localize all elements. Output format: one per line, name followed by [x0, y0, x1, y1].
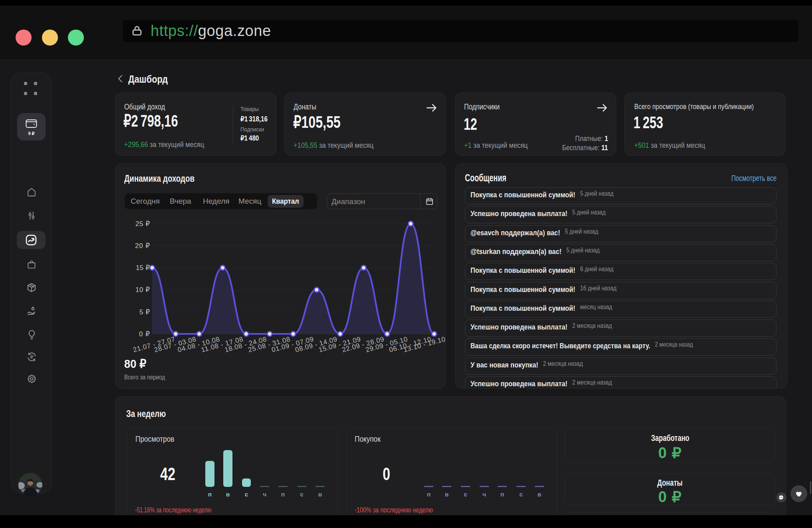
svg-text:10 ₽: 10 ₽	[135, 286, 150, 294]
svg-text:с: с	[519, 491, 523, 498]
svg-text:в: в	[538, 491, 542, 498]
svg-text:ч: ч	[263, 491, 266, 498]
svg-text:в: в	[226, 491, 230, 498]
svg-text:п: п	[281, 491, 285, 498]
svg-text:с: с	[245, 491, 248, 498]
svg-text:₽: ₽	[30, 354, 33, 360]
svg-text:п: п	[208, 491, 212, 498]
svg-text:20 ₽: 20 ₽	[135, 242, 150, 250]
svg-text:в: в	[445, 491, 449, 498]
svg-text:ч: ч	[482, 491, 486, 498]
svg-text:0 ₽: 0 ₽	[139, 330, 150, 338]
svg-text:в: в	[318, 491, 322, 498]
svg-text:5 ₽: 5 ₽	[139, 308, 150, 316]
svg-text:п: п	[500, 491, 504, 498]
svg-text:п: п	[427, 491, 431, 498]
svg-text:с: с	[300, 491, 304, 498]
svg-text:с: с	[464, 491, 467, 498]
svg-text:25 ₽: 25 ₽	[135, 220, 150, 228]
svg-text:15 ₽: 15 ₽	[136, 264, 150, 272]
